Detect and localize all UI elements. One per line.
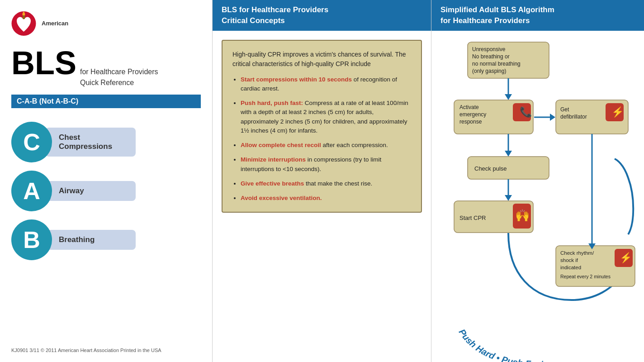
cab-label-a: Airway — [45, 181, 136, 201]
svg-text:defibrillator: defibrillator — [560, 114, 587, 120]
svg-text:Activate: Activate — [459, 104, 479, 110]
highlight-text: Start compressions within 10 seconds — [241, 76, 352, 83]
bls-subtitle: for Healthcare Providers Quick Reference — [80, 67, 158, 88]
cab-circle-b: B — [11, 219, 52, 260]
svg-text:⚡: ⚡ — [611, 106, 624, 118]
list-item-text: that make the chest rise. — [306, 180, 372, 187]
right-body: Unresponsive No breathing or no normal b… — [431, 31, 644, 362]
svg-marker-23 — [505, 151, 512, 157]
highlight-text: Avoid excessive ventilation. — [241, 195, 322, 201]
svg-text:Check rhythm/: Check rhythm/ — [560, 250, 594, 256]
svg-marker-16 — [550, 114, 555, 121]
svg-text:Start CPR: Start CPR — [459, 214, 486, 221]
main-content: American BLS for Healthcare Providers Qu… — [0, 0, 644, 362]
right-panel: Simplified Adult BLS Algorithm for Healt… — [431, 0, 644, 362]
middle-header: BLS for Healthcare Providers Critical Co… — [213, 0, 431, 31]
list-item: Allow complete chest recoil after each c… — [241, 141, 411, 150]
svg-rect-1 — [23, 15, 25, 19]
highlight-text: Allow complete chest recoil — [241, 142, 321, 148]
bls-big-text: BLS — [11, 47, 76, 79]
svg-text:Unresponsive: Unresponsive — [472, 46, 506, 52]
cab-header: C-A-B (Not A-B-C) — [11, 95, 201, 108]
cab-items: C ChestCompressions A Airway B Breathing — [11, 117, 201, 343]
svg-text:shock if: shock if — [560, 257, 578, 263]
svg-marker-8 — [505, 94, 512, 100]
list-item: Start compressions within 10 seconds of … — [241, 75, 411, 94]
svg-text:No breathing or: No breathing or — [472, 53, 510, 60]
cab-item-c: C ChestCompressions — [11, 122, 201, 162]
bls-title: BLS for Healthcare Providers Quick Refer… — [11, 47, 201, 88]
aha-text: American — [42, 19, 68, 28]
list-item: Push hard, push fast: Compress at a rate… — [241, 99, 411, 135]
aha-logo-icon — [11, 9, 36, 38]
footer-text: KJ0901 3/11 © 2011 American Heart Associ… — [11, 343, 201, 353]
algorithm-diagram: Unresponsive No breathing or no normal b… — [440, 38, 644, 362]
svg-text:no normal breathing: no normal breathing — [472, 61, 521, 67]
list-item: Give effective breaths that make the che… — [241, 179, 411, 188]
cab-label-c: ChestCompressions — [45, 128, 136, 157]
highlight-text: Give effective breaths — [241, 180, 304, 187]
cab-item-b: B Breathing — [11, 219, 201, 260]
list-item: Avoid excessive ventilation. — [241, 194, 411, 203]
cpr-box: High-quality CPR improves a victim's cha… — [222, 40, 422, 213]
svg-text:(only gasping): (only gasping) — [472, 68, 506, 74]
middle-panel: BLS for Healthcare Providers Critical Co… — [213, 0, 431, 362]
left-panel: American BLS for Healthcare Providers Qu… — [0, 0, 213, 362]
cpr-intro: High-quality CPR improves a victim's cha… — [232, 50, 411, 69]
svg-text:📞: 📞 — [520, 106, 532, 118]
svg-text:Repeat every 2 minutes: Repeat every 2 minutes — [560, 274, 611, 279]
highlight-text: Push hard, push fast: — [241, 100, 303, 106]
svg-text:response: response — [459, 119, 482, 125]
cab-item-a: A Airway — [11, 171, 201, 211]
svg-text:Push Hard • Push Fast: Push Hard • Push Fast — [457, 327, 545, 362]
svg-marker-27 — [505, 195, 512, 201]
right-header: Simplified Adult BLS Algorithm for Healt… — [431, 0, 644, 31]
list-item-text: after each compression. — [323, 142, 388, 148]
cab-circle-c: C — [11, 122, 52, 162]
list-item: Minimize interruptions in compressions (… — [241, 155, 411, 174]
cpr-list: Start compressions within 10 seconds of … — [232, 75, 411, 203]
svg-text:Check pulse: Check pulse — [474, 165, 507, 172]
cab-circle-a: A — [11, 171, 52, 211]
svg-text:Get: Get — [560, 106, 569, 113]
logo-area: American — [11, 9, 201, 38]
highlight-text: Minimize interruptions — [241, 156, 306, 163]
middle-body: High-quality CPR improves a victim's cha… — [213, 31, 431, 362]
svg-text:emergency: emergency — [459, 111, 486, 118]
svg-text:🙌: 🙌 — [515, 208, 530, 223]
svg-text:indicated: indicated — [560, 265, 581, 270]
svg-text:⚡: ⚡ — [620, 252, 632, 264]
cab-label-b: Breathing — [45, 230, 136, 250]
